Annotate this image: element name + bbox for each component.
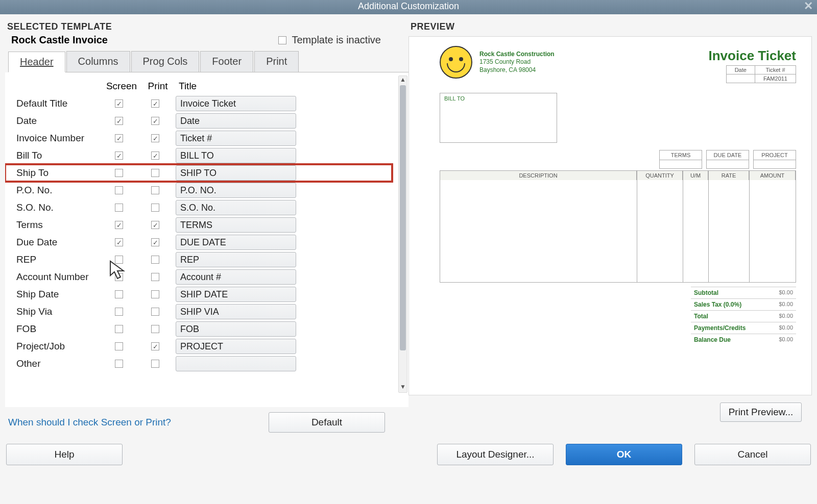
screen-checkbox[interactable] bbox=[115, 342, 123, 350]
field-label: P.O. No. bbox=[16, 185, 103, 196]
print-checkbox[interactable] bbox=[151, 238, 159, 246]
cancel-button[interactable]: Cancel bbox=[694, 444, 811, 465]
print-checkbox[interactable] bbox=[151, 186, 159, 194]
column-header-screen: Screen bbox=[103, 81, 140, 92]
field-row: Ship ViaSHIP VIA bbox=[16, 303, 397, 320]
screen-checkbox[interactable] bbox=[115, 308, 123, 316]
tab-print[interactable]: Print bbox=[254, 51, 299, 72]
print-checkbox[interactable] bbox=[151, 99, 159, 108]
bill-to-label: BILL TO bbox=[444, 95, 465, 102]
meta-box: PROJECT bbox=[753, 150, 796, 169]
scroll-thumb[interactable] bbox=[400, 85, 406, 350]
layout-designer-button[interactable]: Layout Designer... bbox=[437, 444, 554, 465]
field-title-input[interactable]: Date bbox=[176, 113, 296, 129]
print-checkbox[interactable] bbox=[151, 134, 159, 142]
tab-columns[interactable]: Columns bbox=[66, 51, 130, 72]
screen-checkbox[interactable] bbox=[115, 152, 123, 160]
field-label: FOB bbox=[16, 323, 103, 335]
company-name: Rock Castle Construction bbox=[479, 51, 555, 59]
print-checkbox[interactable] bbox=[151, 169, 159, 177]
field-title-input[interactable]: Invoice Ticket bbox=[176, 96, 296, 111]
screen-checkbox[interactable] bbox=[115, 325, 123, 333]
screen-checkbox[interactable] bbox=[115, 360, 123, 368]
field-row: Ship ToSHIP TO bbox=[16, 164, 397, 182]
field-row: Ship DateSHIP DATE bbox=[16, 286, 397, 303]
field-title-input[interactable]: SHIP TO bbox=[176, 165, 296, 181]
totals-label: Total bbox=[694, 313, 708, 320]
print-checkbox[interactable] bbox=[151, 290, 159, 298]
print-checkbox[interactable] bbox=[151, 256, 159, 264]
screen-print-help-link[interactable]: When should I check Screen or Print? bbox=[8, 417, 171, 428]
field-title-input[interactable]: SHIP VIA bbox=[176, 304, 296, 319]
print-checkbox[interactable] bbox=[151, 117, 159, 125]
print-checkbox[interactable] bbox=[151, 204, 159, 212]
field-title-input[interactable]: Ticket # bbox=[176, 131, 296, 146]
field-label: S.O. No. bbox=[16, 202, 103, 213]
screen-checkbox[interactable] bbox=[115, 238, 123, 246]
screen-checkbox[interactable] bbox=[115, 273, 123, 281]
totals-amount: $0.00 bbox=[779, 336, 793, 343]
close-icon[interactable]: ✕ bbox=[804, 0, 813, 12]
field-row: Project/JobPROJECT bbox=[16, 338, 397, 355]
help-button[interactable]: Help bbox=[6, 444, 123, 465]
screen-checkbox[interactable] bbox=[115, 134, 123, 142]
print-checkbox[interactable] bbox=[151, 221, 159, 229]
print-checkbox[interactable] bbox=[151, 152, 159, 160]
field-title-input[interactable]: TERMS bbox=[176, 217, 296, 233]
print-checkbox[interactable] bbox=[151, 308, 159, 316]
hdr-val-ticket: FAM2011 bbox=[755, 74, 796, 83]
field-title-input[interactable]: SHIP DATE bbox=[176, 287, 296, 302]
totals-label: Payments/Credits bbox=[694, 324, 746, 332]
print-preview-button[interactable]: Print Preview... bbox=[720, 402, 802, 422]
field-label: Ship To bbox=[16, 167, 103, 179]
print-checkbox[interactable] bbox=[151, 342, 159, 350]
hdr-val-date bbox=[726, 74, 755, 83]
tab-header[interactable]: Header bbox=[8, 52, 65, 72]
field-title-input[interactable]: Account # bbox=[176, 269, 296, 285]
field-label: Account Number bbox=[16, 271, 103, 283]
company-block: Rock Castle Construction 1735 County Roa… bbox=[479, 51, 555, 74]
line-col-header: QUANTITY bbox=[637, 171, 683, 180]
screen-checkbox[interactable] bbox=[115, 169, 123, 177]
scroll-up-icon[interactable]: ▲ bbox=[399, 76, 407, 85]
field-title-input[interactable]: REP bbox=[176, 252, 296, 267]
tab-prog-cols[interactable]: Prog Cols bbox=[131, 51, 200, 72]
totals-label: Balance Due bbox=[694, 336, 731, 343]
field-title-input[interactable]: P.O. NO. bbox=[176, 183, 296, 198]
screen-checkbox[interactable] bbox=[115, 204, 123, 212]
meta-box-label: PROJECT bbox=[754, 150, 796, 160]
tab-footer[interactable]: Footer bbox=[200, 51, 253, 72]
totals-row: Subtotal$0.00 bbox=[691, 287, 796, 298]
line-col-header: DESCRIPTION bbox=[440, 171, 637, 180]
totals-row: Payments/Credits$0.00 bbox=[691, 322, 796, 334]
print-checkbox[interactable] bbox=[151, 360, 159, 368]
field-title-input[interactable]: BILL TO bbox=[176, 148, 296, 163]
invoice-preview: Rock Castle Construction 1735 County Roa… bbox=[408, 36, 812, 395]
field-title-input[interactable]: S.O. No. bbox=[176, 200, 296, 215]
screen-checkbox[interactable] bbox=[115, 290, 123, 298]
totals-row: Sales Tax (0.0%)$0.00 bbox=[691, 298, 796, 310]
field-label: Date bbox=[16, 115, 103, 127]
print-checkbox[interactable] bbox=[151, 273, 159, 281]
screen-checkbox[interactable] bbox=[115, 221, 123, 229]
print-checkbox[interactable] bbox=[151, 325, 159, 333]
field-label: Invoice Number bbox=[16, 133, 103, 144]
field-title-input[interactable]: PROJECT bbox=[176, 339, 296, 354]
screen-checkbox[interactable] bbox=[115, 256, 123, 264]
field-title-input[interactable]: DUE DATE bbox=[176, 235, 296, 250]
default-button[interactable]: Default bbox=[269, 412, 385, 433]
ok-button[interactable]: OK bbox=[566, 444, 682, 465]
screen-checkbox[interactable] bbox=[115, 186, 123, 194]
screen-checkbox[interactable] bbox=[115, 99, 123, 108]
screen-checkbox[interactable] bbox=[115, 117, 123, 125]
field-title-input[interactable] bbox=[176, 356, 296, 371]
line-col-header: U/M bbox=[683, 171, 708, 180]
preview-heading: PREVIEW bbox=[408, 19, 812, 32]
totals-amount: $0.00 bbox=[779, 313, 793, 320]
template-inactive-checkbox[interactable] bbox=[278, 36, 286, 44]
field-list-scrollbar[interactable]: ▲ ▼ bbox=[398, 75, 407, 393]
scroll-down-icon[interactable]: ▼ bbox=[399, 383, 407, 392]
field-title-input[interactable]: FOB bbox=[176, 321, 296, 337]
hdr-col-date: Date bbox=[726, 66, 755, 74]
invoice-title: Invoice Ticket bbox=[709, 48, 797, 64]
